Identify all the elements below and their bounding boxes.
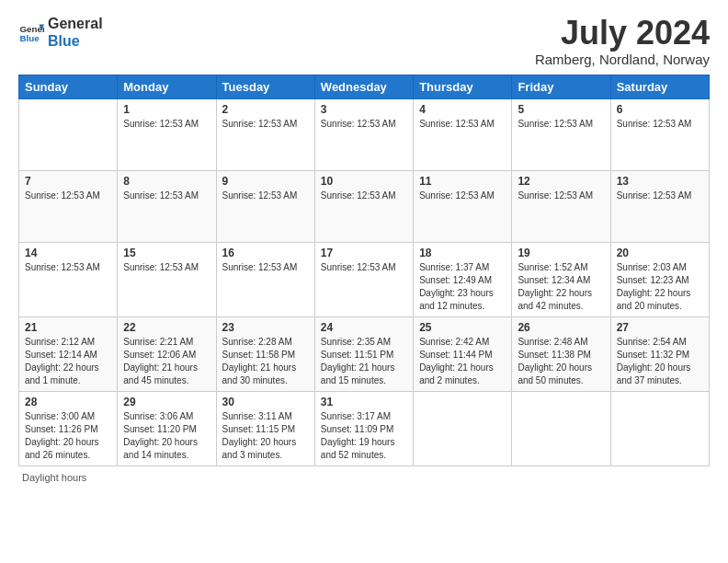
day-cell: 21Sunrise: 2:12 AMSunset: 12:14 AMDaylig… <box>19 316 118 391</box>
day-cell: 29Sunrise: 3:06 AMSunset: 11:20 PMDaylig… <box>118 391 216 465</box>
day-cell: 1Sunrise: 12:53 AM <box>118 98 216 170</box>
svg-text:Blue: Blue <box>19 33 40 43</box>
day-number: 1 <box>123 103 210 116</box>
day-number: 16 <box>222 247 309 259</box>
calendar-header-thursday: Thursday <box>414 75 512 98</box>
day-number: 18 <box>419 247 506 259</box>
day-cell: 10Sunrise: 12:53 AM <box>314 170 413 242</box>
day-number: 20 <box>617 247 703 259</box>
day-cell: 14Sunrise: 12:53 AM <box>19 242 118 316</box>
calendar-header-wednesday: Wednesday <box>314 75 413 98</box>
day-cell: 22Sunrise: 2:21 AMSunset: 12:06 AMDaylig… <box>118 316 216 391</box>
day-info: Sunrise: 3:00 AMSunset: 11:26 PMDaylight… <box>25 410 111 462</box>
day-number: 25 <box>419 321 506 334</box>
day-cell: 3Sunrise: 12:53 AM <box>314 98 413 170</box>
page: General Blue General Blue July 2024 Ramb… <box>0 0 728 563</box>
day-info: Sunrise: 1:52 AMSunset: 12:34 AMDaylight… <box>518 261 604 313</box>
subtitle: Ramberg, Nordland, Norway <box>535 52 710 67</box>
day-info: Sunrise: 12:53 AM <box>123 261 210 274</box>
day-cell: 31Sunrise: 3:17 AMSunset: 11:09 PMDaylig… <box>314 391 413 465</box>
day-number: 14 <box>25 247 111 259</box>
day-info: Sunrise: 12:53 AM <box>321 261 407 274</box>
calendar-header-row: SundayMondayTuesdayWednesdayThursdayFrid… <box>19 75 710 98</box>
day-info: Sunrise: 12:53 AM <box>419 118 506 131</box>
day-number: 23 <box>222 321 309 334</box>
day-number: 21 <box>25 321 111 334</box>
logo-text-blue: Blue <box>48 32 103 50</box>
day-info: Sunrise: 12:53 AM <box>419 190 506 202</box>
day-cell: 24Sunrise: 2:35 AMSunset: 11:51 PMDaylig… <box>314 316 413 391</box>
day-info: Sunrise: 12:53 AM <box>518 118 604 131</box>
day-cell: 25Sunrise: 2:42 AMSunset: 11:44 PMDaylig… <box>414 316 512 391</box>
logo-icon: General Blue <box>18 19 44 45</box>
calendar-table: SundayMondayTuesdayWednesdayThursdayFrid… <box>18 75 710 466</box>
main-title: July 2024 <box>535 15 710 52</box>
day-cell: 28Sunrise: 3:00 AMSunset: 11:26 PMDaylig… <box>19 391 118 465</box>
day-info: Sunrise: 2:12 AMSunset: 12:14 AMDaylight… <box>25 336 111 387</box>
week-row-5: 28Sunrise: 3:00 AMSunset: 11:26 PMDaylig… <box>19 391 710 465</box>
day-cell <box>19 98 118 170</box>
day-info: Sunrise: 12:53 AM <box>123 190 210 202</box>
day-cell: 6Sunrise: 12:53 AM <box>610 98 709 170</box>
day-cell: 2Sunrise: 12:53 AM <box>216 98 314 170</box>
day-number: 7 <box>25 175 111 188</box>
day-cell <box>610 391 709 465</box>
day-info: Sunrise: 12:53 AM <box>518 190 604 202</box>
day-info: Sunrise: 12:53 AM <box>222 261 309 274</box>
day-info: Sunrise: 2:54 AMSunset: 11:32 PMDaylight… <box>617 336 703 387</box>
day-info: Sunrise: 2:42 AMSunset: 11:44 PMDaylight… <box>419 336 506 387</box>
day-info: Sunrise: 12:53 AM <box>222 118 309 131</box>
day-info: Sunrise: 12:53 AM <box>123 118 210 131</box>
day-info: Sunrise: 12:53 AM <box>617 190 703 202</box>
day-info: Sunrise: 3:17 AMSunset: 11:09 PMDaylight… <box>321 410 407 462</box>
day-number: 29 <box>123 396 210 408</box>
day-cell: 4Sunrise: 12:53 AM <box>414 98 512 170</box>
day-cell: 11Sunrise: 12:53 AM <box>414 170 512 242</box>
day-info: Sunrise: 12:53 AM <box>25 190 111 202</box>
day-number: 8 <box>123 175 210 188</box>
week-row-3: 14Sunrise: 12:53 AM15Sunrise: 12:53 AM16… <box>19 242 710 316</box>
day-number: 22 <box>123 321 210 334</box>
logo: General Blue General Blue <box>18 15 103 50</box>
day-cell: 16Sunrise: 12:53 AM <box>216 242 314 316</box>
day-info: Sunrise: 12:53 AM <box>25 261 111 274</box>
day-cell: 13Sunrise: 12:53 AM <box>610 170 709 242</box>
day-info: Sunrise: 12:53 AM <box>617 118 703 131</box>
title-block: July 2024 Ramberg, Nordland, Norway <box>535 15 710 67</box>
day-number: 31 <box>321 396 407 408</box>
day-info: Sunrise: 12:53 AM <box>222 190 309 202</box>
header: General Blue General Blue July 2024 Ramb… <box>18 15 710 67</box>
day-cell: 7Sunrise: 12:53 AM <box>19 170 118 242</box>
day-number: 28 <box>25 396 111 408</box>
day-number: 12 <box>518 175 604 188</box>
day-info: Sunrise: 2:28 AMSunset: 11:58 PMDaylight… <box>222 336 309 387</box>
day-cell: 18Sunrise: 1:37 AMSunset: 12:49 AMDaylig… <box>414 242 512 316</box>
day-number: 13 <box>617 175 703 188</box>
week-row-1: 1Sunrise: 12:53 AM2Sunrise: 12:53 AM3Sun… <box>19 98 710 170</box>
day-info: Sunrise: 2:48 AMSunset: 11:38 PMDaylight… <box>518 336 604 387</box>
logo-text-general: General <box>48 15 103 32</box>
day-cell <box>512 391 610 465</box>
day-number: 10 <box>321 175 407 188</box>
calendar-header-saturday: Saturday <box>610 75 709 98</box>
day-info: Sunrise: 12:53 AM <box>321 190 407 202</box>
day-number: 6 <box>617 103 703 116</box>
day-cell: 27Sunrise: 2:54 AMSunset: 11:32 PMDaylig… <box>610 316 709 391</box>
day-number: 2 <box>222 103 309 116</box>
day-cell: 19Sunrise: 1:52 AMSunset: 12:34 AMDaylig… <box>512 242 610 316</box>
day-number: 17 <box>321 247 407 259</box>
day-number: 24 <box>321 321 407 334</box>
week-row-4: 21Sunrise: 2:12 AMSunset: 12:14 AMDaylig… <box>19 316 710 391</box>
day-number: 9 <box>222 175 309 188</box>
calendar-header-sunday: Sunday <box>19 75 118 98</box>
day-number: 19 <box>518 247 604 259</box>
day-cell: 8Sunrise: 12:53 AM <box>118 170 216 242</box>
week-row-2: 7Sunrise: 12:53 AM8Sunrise: 12:53 AM9Sun… <box>19 170 710 242</box>
day-cell: 23Sunrise: 2:28 AMSunset: 11:58 PMDaylig… <box>216 316 314 391</box>
day-cell: 17Sunrise: 12:53 AM <box>314 242 413 316</box>
day-number: 5 <box>518 103 604 116</box>
day-info: Sunrise: 1:37 AMSunset: 12:49 AMDaylight… <box>419 261 506 313</box>
day-info: Sunrise: 2:21 AMSunset: 12:06 AMDaylight… <box>123 336 210 387</box>
day-number: 11 <box>419 175 506 188</box>
day-number: 27 <box>617 321 703 334</box>
